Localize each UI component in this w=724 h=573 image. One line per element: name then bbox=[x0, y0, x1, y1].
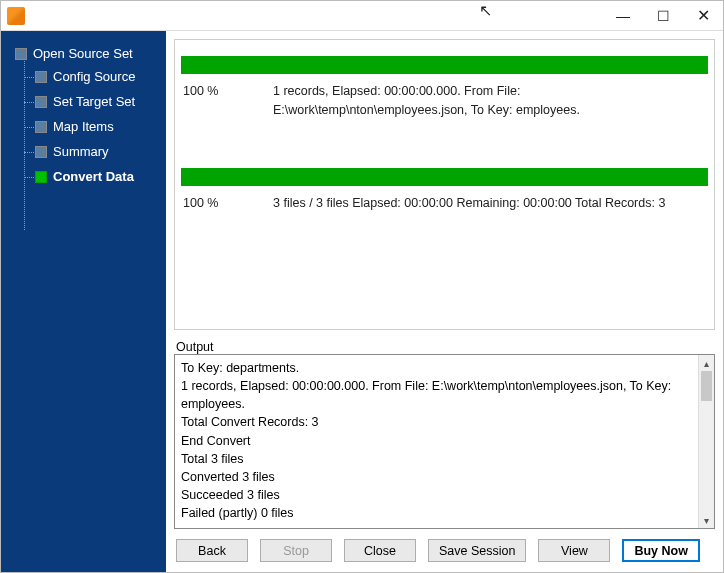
sidebar-item-label: Set Target Set bbox=[53, 94, 135, 109]
node-icon bbox=[35, 71, 47, 83]
scroll-down-icon[interactable]: ▾ bbox=[699, 512, 714, 528]
sidebar-item-map-items[interactable]: Map Items bbox=[1, 114, 166, 139]
close-button[interactable]: ✕ bbox=[683, 2, 723, 30]
sidebar-root-label: Open Source Set bbox=[33, 46, 133, 61]
node-icon bbox=[35, 121, 47, 133]
sidebar-item-label: Map Items bbox=[53, 119, 114, 134]
output-text[interactable]: To Key: departments. 1 records, Elapsed:… bbox=[175, 355, 698, 528]
button-row: Back Stop Close Save Session View Buy No… bbox=[174, 529, 715, 566]
sidebar-item-convert-data[interactable]: Convert Data bbox=[1, 164, 166, 189]
node-icon bbox=[35, 96, 47, 108]
view-button[interactable]: View bbox=[538, 539, 610, 562]
stop-button: Stop bbox=[260, 539, 332, 562]
sidebar-item-label: Summary bbox=[53, 144, 109, 159]
sidebar-item-summary[interactable]: Summary bbox=[1, 139, 166, 164]
sidebar-root-open-source-set[interactable]: Open Source Set bbox=[1, 43, 166, 64]
sidebar-item-label: Convert Data bbox=[53, 169, 134, 184]
wizard-sidebar: Open Source Set Config Source Set Target… bbox=[1, 31, 166, 573]
minimize-button[interactable]: — bbox=[603, 2, 643, 30]
close-button-dialog[interactable]: Close bbox=[344, 539, 416, 562]
progress-details: 3 files / 3 files Elapsed: 00:00:00 Rema… bbox=[273, 194, 706, 213]
node-icon bbox=[15, 48, 27, 60]
progress-bar-files bbox=[181, 168, 708, 186]
progress-percent: 100 % bbox=[183, 194, 273, 213]
maximize-button[interactable]: ☐ bbox=[643, 2, 683, 30]
buy-now-button[interactable]: Buy Now bbox=[622, 539, 699, 562]
main-panel: 100 % 1 records, Elapsed: 00:00:00.000. … bbox=[166, 31, 723, 573]
progress-row-record: 100 % 1 records, Elapsed: 00:00:00.000. … bbox=[181, 78, 708, 130]
output-scrollbar[interactable]: ▴ ▾ bbox=[698, 355, 714, 528]
output-box: To Key: departments. 1 records, Elapsed:… bbox=[174, 354, 715, 529]
save-session-button[interactable]: Save Session bbox=[428, 539, 526, 562]
window-controls: — ☐ ✕ bbox=[603, 2, 723, 30]
sidebar-item-config-source[interactable]: Config Source bbox=[1, 64, 166, 89]
node-icon bbox=[35, 146, 47, 158]
node-icon bbox=[35, 171, 47, 183]
app-icon bbox=[7, 7, 25, 25]
scroll-thumb[interactable] bbox=[701, 371, 712, 401]
scroll-up-icon[interactable]: ▴ bbox=[699, 355, 714, 371]
output-label: Output bbox=[174, 340, 715, 354]
progress-details: 1 records, Elapsed: 00:00:00.000. From F… bbox=[273, 82, 706, 120]
progress-area: 100 % 1 records, Elapsed: 00:00:00.000. … bbox=[174, 39, 715, 330]
titlebar: — ☐ ✕ bbox=[1, 1, 723, 31]
back-button[interactable]: Back bbox=[176, 539, 248, 562]
sidebar-item-set-target-set[interactable]: Set Target Set bbox=[1, 89, 166, 114]
progress-percent: 100 % bbox=[183, 82, 273, 120]
progress-row-files: 100 % 3 files / 3 files Elapsed: 00:00:0… bbox=[181, 190, 708, 223]
progress-bar-record bbox=[181, 56, 708, 74]
sidebar-item-label: Config Source bbox=[53, 69, 135, 84]
